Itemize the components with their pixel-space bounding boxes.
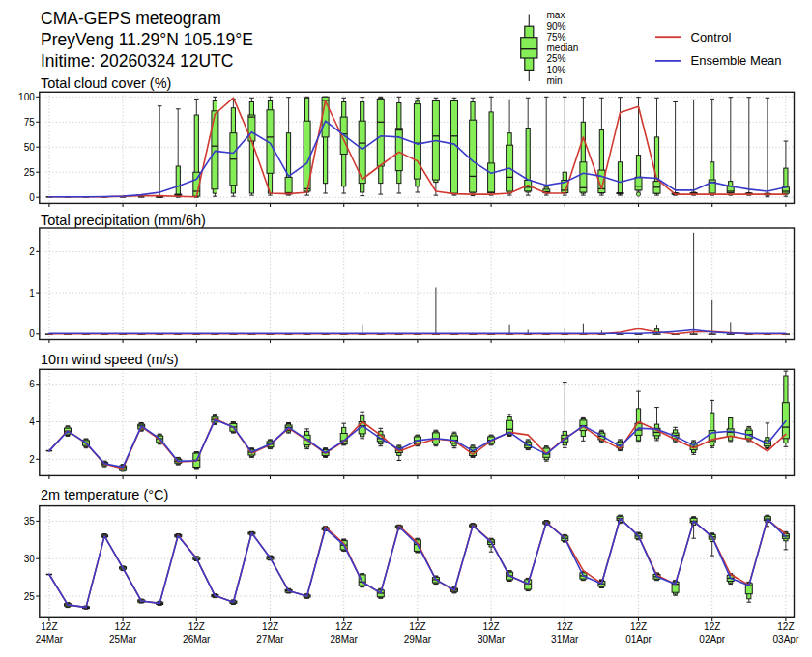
svg-text:4: 4 (29, 416, 35, 427)
svg-text:25: 25 (24, 591, 36, 602)
svg-text:25%: 25% (547, 53, 566, 64)
svg-text:Initime: 20260324 12UTC: Initime: 20260324 12UTC (41, 51, 233, 71)
svg-text:10m wind speed (m/s): 10m wind speed (m/s) (41, 352, 179, 367)
svg-text:12Z: 12Z (335, 621, 352, 632)
svg-text:30: 30 (24, 554, 36, 564)
svg-text:0: 0 (29, 192, 35, 203)
svg-text:6: 6 (29, 379, 35, 389)
svg-text:100: 100 (18, 92, 35, 102)
svg-text:median: median (547, 43, 579, 53)
svg-text:75: 75 (24, 117, 36, 128)
svg-text:75%: 75% (547, 32, 566, 43)
svg-text:max: max (547, 10, 566, 20)
svg-text:02Apr: 02Apr (699, 634, 725, 644)
svg-text:0: 0 (29, 328, 35, 339)
svg-text:12Z: 12Z (188, 621, 205, 632)
svg-text:12Z: 12Z (704, 621, 720, 632)
svg-text:12Z: 12Z (262, 621, 278, 632)
svg-text:30Mar: 30Mar (478, 634, 506, 644)
svg-text:26Mar: 26Mar (183, 634, 211, 644)
svg-text:31Mar: 31Mar (551, 634, 579, 644)
svg-text:12Z: 12Z (409, 621, 425, 632)
svg-text:min: min (547, 75, 563, 86)
svg-text:27Mar: 27Mar (256, 634, 284, 644)
svg-text:25Mar: 25Mar (109, 634, 137, 644)
svg-text:Total cloud cover (%): Total cloud cover (%) (41, 75, 171, 91)
svg-text:2: 2 (29, 454, 35, 465)
svg-text:PreyVeng 11.29°N 105.19°E: PreyVeng 11.29°N 105.19°E (41, 30, 253, 49)
svg-text:1: 1 (29, 288, 35, 299)
svg-text:35: 35 (24, 516, 36, 527)
svg-text:Control: Control (691, 30, 732, 44)
svg-text:12Z: 12Z (114, 621, 130, 632)
svg-text:10%: 10% (547, 65, 566, 75)
svg-text:25: 25 (24, 167, 36, 178)
svg-text:Total precipitation (mm/6h): Total precipitation (mm/6h) (41, 213, 206, 228)
svg-text:29Mar: 29Mar (404, 634, 432, 644)
svg-text:12Z: 12Z (482, 621, 499, 632)
svg-text:2: 2 (29, 246, 35, 257)
svg-text:24Mar: 24Mar (36, 634, 64, 644)
svg-text:CMA-GEPS meteogram: CMA-GEPS meteogram (41, 9, 221, 28)
svg-text:2m temperature (°C): 2m temperature (°C) (41, 487, 168, 502)
svg-text:Ensemble Mean: Ensemble Mean (691, 53, 782, 68)
svg-text:12Z: 12Z (41, 621, 57, 632)
svg-text:12Z: 12Z (557, 621, 573, 632)
svg-text:01Apr: 01Apr (625, 634, 652, 644)
svg-text:28Mar: 28Mar (331, 634, 359, 644)
svg-text:03Apr: 03Apr (773, 634, 799, 644)
svg-text:12Z: 12Z (777, 621, 794, 632)
svg-text:50: 50 (24, 142, 36, 153)
svg-text:12Z: 12Z (630, 621, 647, 632)
svg-text:90%: 90% (547, 21, 566, 32)
